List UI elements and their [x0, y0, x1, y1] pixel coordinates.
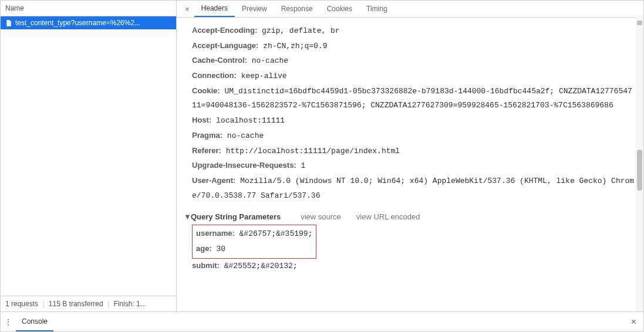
caret-down-icon[interactable]: ▼: [184, 212, 188, 221]
header-row: Referer: http://localhost:11111/page/ind…: [192, 144, 636, 159]
scrollbar-thumb[interactable]: [637, 150, 642, 191]
header-row: Cookie: UM_distinctid=16bdfbc4459d1-05bc…: [192, 84, 636, 113]
param-row: submit: &#25552;&#20132;: [192, 259, 636, 274]
tab-headers[interactable]: Headers: [194, 1, 235, 17]
header-row: Host: localhost:11111: [192, 113, 636, 128]
tab-timing[interactable]: Timing: [359, 1, 395, 16]
summary-transferred: 115 B transferred: [49, 300, 103, 308]
header-row: Accept-Encoding: gzip, deflate, br: [192, 23, 636, 39]
vertical-scrollbar[interactable]: [635, 15, 643, 311]
request-list: test_content_type?username=%26%2...: [1, 16, 176, 296]
header-row: Cache-Control: no-cache: [192, 53, 636, 69]
close-details-button[interactable]: ×: [180, 2, 194, 16]
header-row: Upgrade-Insecure-Requests: 1: [192, 158, 636, 174]
param-row: username: &#26757;&#35199;: [196, 226, 312, 242]
console-drawer: ⋮ Console ×: [1, 311, 643, 331]
header-row: Pragma: no-cache: [192, 128, 636, 144]
view-source-link[interactable]: view source: [301, 212, 341, 221]
request-label: test_content_type?username=%26%2...: [15, 19, 140, 27]
name-column-header[interactable]: Name: [1, 1, 176, 16]
summary-finish: Finish: 1...: [113, 300, 146, 308]
scrollbar-thumb[interactable]: [637, 21, 642, 25]
network-sidebar: Name test_content_type?username=%26%2...…: [1, 1, 177, 311]
tab-preview[interactable]: Preview: [235, 1, 274, 16]
request-row[interactable]: test_content_type?username=%26%2...: [1, 16, 176, 29]
kebab-menu-icon[interactable]: ⋮: [1, 317, 16, 327]
query-string-section: ▼ Query String Parameters view source vi…: [192, 212, 636, 273]
header-row: Connection: keep-alive: [192, 69, 636, 84]
section-title[interactable]: Query String Parameters: [191, 212, 281, 221]
tab-cookies[interactable]: Cookies: [320, 1, 359, 16]
headers-content: Accept-Encoding: gzip, deflate, br Accep…: [177, 18, 643, 311]
file-icon: [4, 19, 12, 27]
close-drawer-button[interactable]: ×: [624, 317, 643, 327]
detail-tabs: × Headers Preview Response Cookies Timin…: [177, 1, 643, 18]
summary-requests: 1 requests: [5, 300, 38, 308]
param-row: age: 30: [196, 242, 312, 257]
highlighted-params: username: &#26757;&#35199; age: 30: [192, 225, 316, 258]
main-panel: × Headers Preview Response Cookies Timin…: [177, 1, 643, 311]
header-row: Accept-Language: zh-CN,zh;q=0.9: [192, 39, 636, 54]
network-summary: 1 requests | 115 B transferred | Finish:…: [1, 296, 176, 311]
tab-response[interactable]: Response: [274, 1, 320, 16]
view-url-encoded-link[interactable]: view URL encoded: [356, 212, 420, 221]
header-row: User-Agent: Mozilla/5.0 (Windows NT 10.0…: [192, 174, 636, 203]
console-tab[interactable]: Console: [16, 313, 53, 331]
